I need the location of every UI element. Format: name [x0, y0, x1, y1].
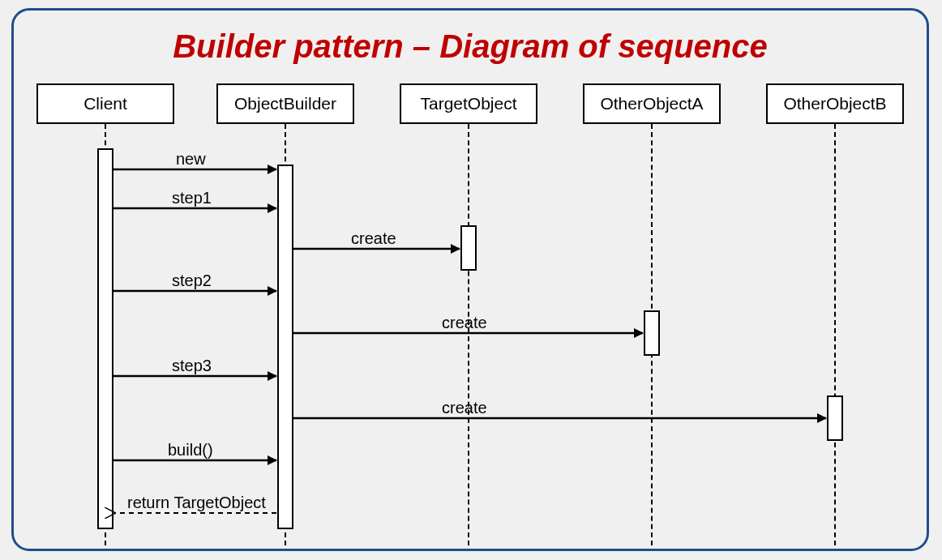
stage: Builder pattern – Diagram of sequence Cl…	[0, 0, 942, 560]
lifeline-label: OtherObjectB	[783, 94, 886, 113]
activation-builder	[277, 165, 293, 529]
lifeline-head-target: TargetObject	[400, 83, 537, 124]
lifeline-label: ObjectBuilder	[234, 94, 336, 113]
activation-other-a	[644, 310, 660, 356]
label-step1: step1	[172, 189, 212, 207]
activation-client	[97, 148, 113, 529]
label-step2: step2	[172, 271, 212, 290]
diagram-frame: Builder pattern – Diagram of sequence Cl…	[11, 8, 929, 551]
label-build: build()	[168, 441, 213, 460]
lifeline-label: OtherObjectA	[600, 94, 703, 113]
label-new: new	[176, 150, 206, 169]
lifeline-head-client: Client	[36, 83, 174, 124]
lifeline-label: Client	[83, 94, 127, 113]
activation-target	[460, 225, 477, 271]
diagram-title: Builder pattern – Diagram of sequence	[14, 28, 927, 65]
label-return: return TargetObject	[127, 494, 266, 512]
label-create2: create	[442, 314, 487, 332]
lifeline-head-builder: ObjectBuilder	[216, 83, 354, 124]
lifeline-line-target	[468, 124, 469, 545]
lifeline-head-other-b: OtherObjectB	[766, 83, 904, 124]
activation-other-b	[827, 395, 843, 441]
label-step3: step3	[172, 357, 212, 375]
label-create1: create	[351, 229, 396, 248]
lifeline-line-other-b	[834, 124, 836, 545]
lifeline-label: TargetObject	[420, 94, 516, 113]
label-create3: create	[442, 399, 487, 417]
lifeline-head-other-a: OtherObjectA	[583, 83, 721, 124]
